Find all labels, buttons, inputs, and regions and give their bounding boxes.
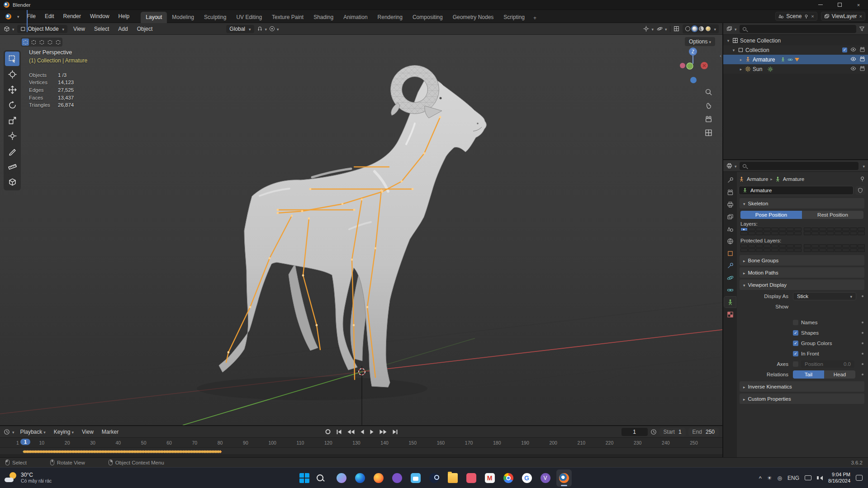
workspace-tab[interactable]: Animation <box>338 12 372 23</box>
tail-button[interactable]: Tail <box>793 370 824 379</box>
gmail-button[interactable]: M <box>482 469 498 487</box>
snap-toggle[interactable] <box>257 26 267 32</box>
notification-center-button[interactable] <box>856 475 863 481</box>
outliner-row-collection[interactable]: ▾ Collection ✓ <box>723 45 868 55</box>
animate-dot[interactable] <box>862 295 863 297</box>
collection-checkbox[interactable]: ✓ <box>842 47 847 52</box>
tab-constraints[interactable] <box>724 284 736 295</box>
workspace-tab[interactable]: Sculpting <box>199 12 231 23</box>
navigation-gizmo[interactable]: Z <box>676 46 710 86</box>
tool-cursor[interactable] <box>5 67 19 81</box>
jump-to-start-button[interactable] <box>336 429 342 435</box>
tool-box-select[interactable] <box>5 52 19 66</box>
store-button[interactable] <box>408 469 423 487</box>
mode-selector[interactable]: Object Mode <box>17 25 68 33</box>
animate-dot[interactable] <box>862 363 863 365</box>
armature-layers-grid[interactable] <box>739 227 865 237</box>
tool-transform[interactable] <box>5 128 19 143</box>
axes-position-slider[interactable]: Position0.0 <box>801 360 854 368</box>
options-button[interactable]: Options <box>685 37 715 46</box>
properties-search-input[interactable] <box>740 162 859 170</box>
tool-add-cube[interactable] <box>5 175 19 189</box>
solid-shading-button[interactable] <box>692 26 697 31</box>
minimize-button[interactable] <box>811 0 830 9</box>
menubar-menu[interactable]: File <box>23 12 40 21</box>
tab-scene[interactable] <box>724 223 736 234</box>
outliner-search-input[interactable] <box>740 25 856 33</box>
remove-viewlayer-icon[interactable]: × <box>859 14 862 19</box>
viewlayer-selector[interactable]: ViewLayer × <box>821 12 865 21</box>
show-overlays-toggle[interactable] <box>657 26 667 32</box>
3d-scene[interactable] <box>0 35 722 425</box>
collapsed-section[interactable]: Motion Paths <box>740 267 864 278</box>
clock-widget[interactable]: 9:04 PM 8/16/2024 <box>828 472 850 484</box>
play-button[interactable] <box>369 429 374 435</box>
select-mode-extend[interactable] <box>30 38 37 46</box>
expand-icon[interactable]: ▸ <box>739 57 743 62</box>
start-button[interactable] <box>297 469 312 487</box>
x-axis-ball[interactable] <box>680 63 685 68</box>
axes-checkbox[interactable] <box>793 361 798 367</box>
tool-scale[interactable] <box>5 113 19 128</box>
rendered-shading-button[interactable] <box>706 26 711 31</box>
tool-measure[interactable] <box>5 159 19 174</box>
pan-hand-icon[interactable] <box>705 102 712 109</box>
marker-menu[interactable]: Marker <box>99 427 122 436</box>
shapes-checkbox[interactable] <box>793 330 798 336</box>
tool-rotate[interactable] <box>5 98 19 112</box>
outliner-row-scene-collection[interactable]: ▾ Scene Collection <box>723 36 868 45</box>
workspace-tab[interactable]: Compositing <box>408 12 448 23</box>
tab-render[interactable] <box>724 187 736 198</box>
collapsed-section[interactable]: Inverse Kinematics <box>740 381 864 392</box>
auto-keying-toggle[interactable] <box>324 428 331 435</box>
section-viewport-display[interactable]: Viewport Display <box>740 280 864 290</box>
zoom-icon[interactable] <box>705 88 712 96</box>
animate-dot[interactable] <box>862 342 863 344</box>
outliner-editor-type-button[interactable] <box>726 26 737 32</box>
play-reverse-button[interactable] <box>360 429 365 435</box>
next-keyframe-button[interactable] <box>379 429 387 435</box>
firefox-button[interactable] <box>371 469 386 487</box>
menubar-menu[interactable]: Render <box>59 12 85 21</box>
mail-button[interactable] <box>464 469 479 487</box>
tab-object[interactable] <box>724 248 736 259</box>
hidden-icons-button[interactable]: ^ <box>759 475 762 482</box>
app-menu-button[interactable] <box>3 12 22 20</box>
tray-icon-2[interactable]: ◎ <box>778 475 782 481</box>
select-menu[interactable]: Select <box>91 24 112 33</box>
display-as-dropdown[interactable]: Stick <box>793 292 856 300</box>
tool-annotate[interactable] <box>5 144 19 158</box>
visual-studio-button[interactable] <box>389 469 405 487</box>
disable-in-render-icon[interactable] <box>859 56 865 63</box>
workspace-tab[interactable]: Layout <box>141 12 167 23</box>
object-menu[interactable]: Object <box>134 24 156 33</box>
workspace-tab[interactable]: Rendering <box>373 12 408 23</box>
pin-id-button[interactable] <box>859 176 865 183</box>
tab-texture[interactable] <box>724 309 736 320</box>
add-workspace-button[interactable]: + <box>530 13 540 23</box>
workspace-tab[interactable]: Texture Paint <box>267 12 308 23</box>
add-menu[interactable]: Add <box>115 24 131 33</box>
tab-output[interactable] <box>724 199 736 210</box>
in-front-checkbox[interactable] <box>793 351 798 356</box>
section-skeleton[interactable]: Skeleton <box>740 198 864 208</box>
collapsed-section[interactable]: Custom Properties <box>740 393 864 404</box>
fake-user-button[interactable] <box>855 186 865 195</box>
collapsed-section[interactable]: Bone Groups <box>740 255 864 265</box>
y-axis-ball[interactable] <box>687 63 693 69</box>
disable-in-render-icon[interactable] <box>859 47 865 54</box>
animate-dot[interactable] <box>862 353 863 355</box>
rest-position-button[interactable]: Rest Position <box>802 211 863 219</box>
timeline-view-menu[interactable]: View <box>79 427 97 436</box>
close-button[interactable]: × <box>849 0 868 9</box>
file-explorer-button[interactable] <box>445 469 460 487</box>
hide-in-viewport-icon[interactable] <box>850 56 856 63</box>
expand-icon[interactable]: ▾ <box>726 38 730 43</box>
google-button[interactable]: G <box>519 469 535 487</box>
transform-orientation-selector[interactable]: Global <box>226 25 254 33</box>
workspace-tab[interactable]: Scripting <box>498 12 530 23</box>
chrome-button[interactable] <box>501 469 516 487</box>
disable-in-render-icon[interactable] <box>859 66 865 73</box>
frame-start-field[interactable]: Start1 <box>659 428 686 436</box>
wireframe-shading-button[interactable] <box>685 26 690 31</box>
